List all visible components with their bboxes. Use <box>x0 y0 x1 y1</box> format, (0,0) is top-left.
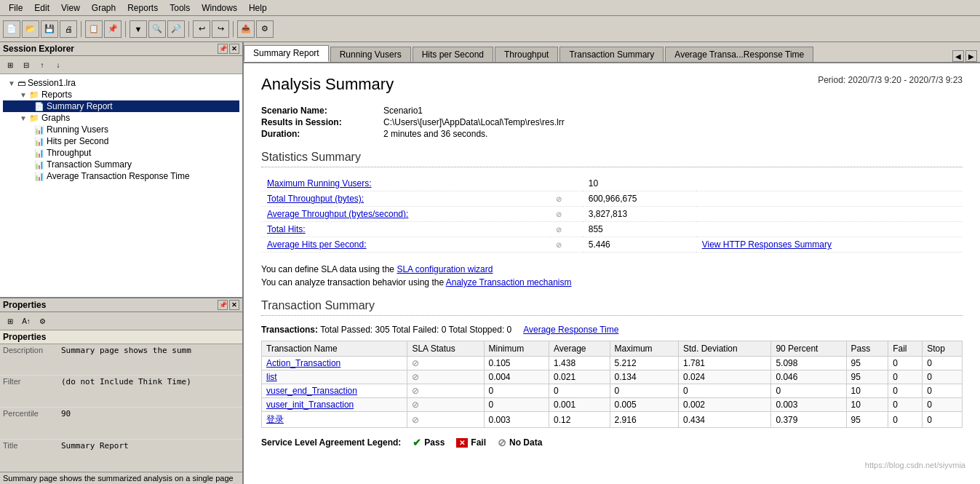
menu-tools[interactable]: Tools <box>164 1 196 15</box>
hits-per-second-icon: 📊 <box>34 137 44 146</box>
trans-stop: 0 <box>923 398 963 412</box>
stat-label-link[interactable]: Average Hits per Second: <box>267 239 367 250</box>
menu-help[interactable]: Help <box>243 1 273 15</box>
trans-max: 0.134 <box>610 370 678 384</box>
trans-col-header: SLA Status <box>407 341 484 357</box>
props-close-btn[interactable]: ✕ <box>229 300 239 310</box>
redo-btn[interactable]: ↪ <box>212 20 229 38</box>
menu-reports[interactable]: Reports <box>121 1 164 15</box>
graphs-expand-icon: ▼ <box>20 114 27 122</box>
props-btn-1[interactable]: ⊞ <box>3 314 17 328</box>
trans-col-header: Std. Deviation <box>678 341 770 357</box>
exp-btn-2[interactable]: ⊟ <box>19 57 33 72</box>
sla-status: ⊘ <box>407 357 484 370</box>
pin-btn[interactable]: 📌 <box>218 44 228 54</box>
tab-summary-report[interactable]: Summary Report <box>244 45 329 62</box>
trans-pass: 95 <box>846 357 888 370</box>
reports-expand-icon: ▼ <box>20 91 27 99</box>
summary-report-label: Summary Report <box>47 101 113 111</box>
tab-transaction-summary[interactable]: Transaction Summary <box>559 47 664 62</box>
menu-windows[interactable]: Windows <box>196 1 243 15</box>
tab-running-vusers[interactable]: Running Vusers <box>330 47 411 62</box>
trans-std: 0.434 <box>678 412 770 428</box>
paste-btn[interactable]: 📌 <box>104 20 121 38</box>
save-btn[interactable]: 💾 <box>41 20 58 38</box>
legend-fail: ✕ Fail <box>456 437 486 448</box>
sla-link1[interactable]: SLA configuration wizard <box>397 264 493 274</box>
sla-status: ⊘ <box>407 412 484 428</box>
right-content: Summary ReportRunning VusersHits per Sec… <box>244 42 980 484</box>
tree-area: ▼ 🗃 Session1.lra ▼ 📁 Reports 📄 Summary R… <box>0 74 242 297</box>
menu-bar: File Edit View Graph Reports Tools Windo… <box>0 0 980 16</box>
filter-btn[interactable]: ▼ <box>130 20 147 38</box>
trans-name-link[interactable]: vuser_end_Transaction <box>266 386 357 396</box>
http-responses-link[interactable]: View HTTP Responses Summary <box>702 239 832 250</box>
tree-root[interactable]: ▼ 🗃 Session1.lra <box>3 77 239 89</box>
tree-hits-per-second[interactable]: 📊 Hits per Second <box>3 135 239 147</box>
trans-name-link[interactable]: Action_Transaction <box>266 358 340 368</box>
tree-transaction-summary[interactable]: 📊 Transaction Summary <box>3 159 239 170</box>
summary-report-icon: 📄 <box>34 102 44 111</box>
trans-row: vuser_end_Transaction ⊘ 0 0 0 0 0 10 0 0 <box>262 384 963 398</box>
props-table: DescriptionSummary page shows the summFi… <box>0 344 242 472</box>
trans-row: list ⊘ 0.004 0.021 0.134 0.024 0.046 95 … <box>262 370 963 384</box>
tab-hits-per-second[interactable]: Hits per Second <box>413 47 493 62</box>
zoom-btn[interactable]: 🔍 <box>148 20 166 38</box>
stat-value: 10 <box>583 176 696 191</box>
tab-next-btn[interactable]: ▶ <box>965 50 977 62</box>
tab-average-transa...response-time[interactable]: Average Transa...Response Time <box>665 47 813 62</box>
exp-btn-4[interactable]: ↓ <box>51 57 65 72</box>
tree-avg-transaction[interactable]: 📊 Average Transaction Response Time <box>3 170 239 182</box>
trans-stop: 0 <box>923 370 963 384</box>
sla-status: ⊘ <box>407 370 484 384</box>
duration-value: 2 minutes and 36 seconds. <box>383 129 487 139</box>
tree-graphs[interactable]: ▼ 📁 Graphs <box>3 112 239 124</box>
copy-btn[interactable]: 📋 <box>85 20 103 38</box>
config-btn[interactable]: ⚙ <box>256 20 274 38</box>
trans-name-link[interactable]: list <box>266 372 277 382</box>
tab-prev-btn[interactable]: ◀ <box>952 50 964 62</box>
stat-label-link[interactable]: Total Hits: <box>267 224 306 234</box>
stat-value: 855 <box>583 222 696 237</box>
exp-btn-1[interactable]: ⊞ <box>3 57 17 72</box>
tree-running-vusers[interactable]: 📊 Running Vusers <box>3 124 239 135</box>
trans-stop: 0 <box>923 384 963 398</box>
menu-file[interactable]: File <box>3 1 28 15</box>
export-btn[interactable]: 📤 <box>237 20 255 38</box>
new-btn[interactable]: 📄 <box>3 20 20 38</box>
prop-value: 90 <box>58 408 242 440</box>
trans-col-header: Pass <box>846 341 888 357</box>
trans-name-link[interactable]: vuser_init_Transaction <box>266 400 354 410</box>
sla-text1: You can define SLA data using the <box>261 264 394 274</box>
results-row: Results in Session: C:\Users\[user]\AppD… <box>261 117 963 127</box>
tree-reports[interactable]: ▼ 📁 Reports <box>3 89 239 100</box>
menu-graph[interactable]: Graph <box>86 1 121 15</box>
trans-avg: 0.12 <box>549 412 610 428</box>
stat-label-link[interactable]: Maximum Running Vusers: <box>267 178 372 189</box>
props-pin-btn[interactable]: 📌 <box>218 300 228 310</box>
stats-row: Average Throughput (bytes/second): ⊘ 3,8… <box>261 207 963 222</box>
menu-edit[interactable]: Edit <box>28 1 55 15</box>
open-btn[interactable]: 📂 <box>22 20 39 38</box>
props-btn-2[interactable]: A↑ <box>19 314 33 328</box>
zoom2-btn[interactable]: 🔎 <box>167 20 185 38</box>
avg-response-link[interactable]: Average Response Time <box>523 325 618 335</box>
trans-fail: 0 <box>888 398 923 412</box>
print-btn[interactable]: 🖨 <box>60 20 77 38</box>
props-btn-3[interactable]: ⚙ <box>35 314 49 328</box>
exp-btn-3[interactable]: ↑ <box>35 57 49 72</box>
tab-throughput[interactable]: Throughput <box>495 47 558 62</box>
undo-btn[interactable]: ↩ <box>193 20 210 38</box>
stat-label-link[interactable]: Average Throughput (bytes/second): <box>267 209 408 219</box>
close-panel-btn[interactable]: ✕ <box>229 44 239 54</box>
menu-view[interactable]: View <box>55 1 86 15</box>
trans-std: 0.002 <box>678 398 770 412</box>
trans-max: 0.005 <box>610 398 678 412</box>
sla-link2[interactable]: Analyze Transaction mechanism <box>446 277 572 287</box>
trans-name-link[interactable]: 登录 <box>266 414 284 424</box>
stat-label-link[interactable]: Total Throughput (bytes): <box>267 194 364 204</box>
stat-value: 600,966,675 <box>583 191 696 207</box>
tree-throughput[interactable]: 📊 Throughput <box>3 147 239 159</box>
tree-summary-report[interactable]: 📄 Summary Report <box>3 100 239 112</box>
sla-legend: Service Level Agreement Legend: ✔ Pass ✕… <box>261 437 963 448</box>
